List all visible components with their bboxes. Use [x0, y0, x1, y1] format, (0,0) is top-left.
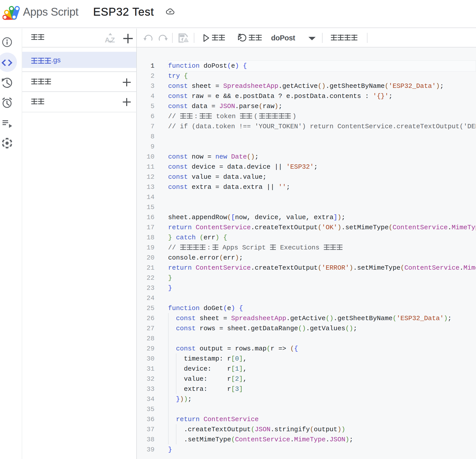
svg-text:Z: Z	[111, 36, 115, 44]
svg-text:A: A	[105, 36, 110, 44]
